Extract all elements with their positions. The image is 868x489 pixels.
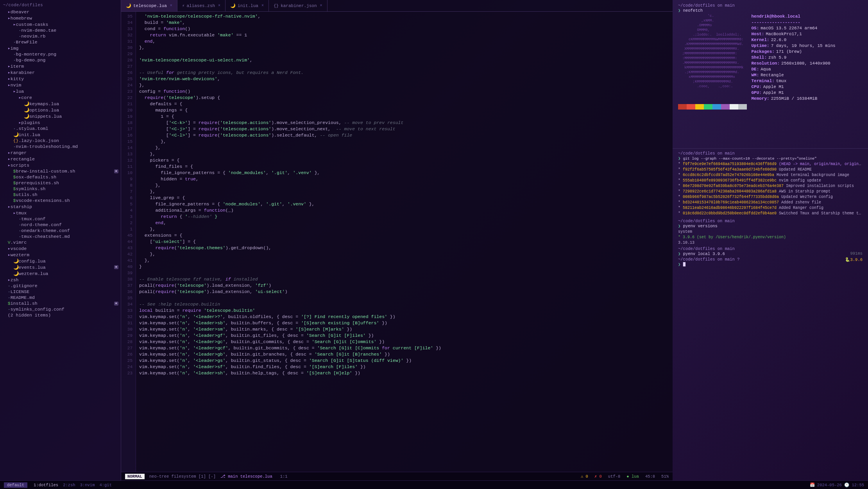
tmux-tab[interactable]: 4:git <box>99 483 112 487</box>
sidebar-item[interactable]: V .vimrc <box>0 239 121 245</box>
code-line: vim.keymap.set('n', '<leader>sm', builti… <box>139 326 669 333</box>
sidebar-item[interactable]: ▸ kitty <box>0 76 121 82</box>
sidebar-item[interactable]: 🌙 keymaps.lua <box>0 101 121 107</box>
code-line: 'nvim-tree/nvim-web-devicons', <box>139 76 669 82</box>
tab-close[interactable]: × <box>261 4 264 8</box>
sidebar-item[interactable]: 🌙 init.lua <box>0 131 121 138</box>
sidebar-item[interactable]: · .gitignore <box>0 283 121 289</box>
tab-close[interactable]: × <box>218 4 220 8</box>
sidebar-item-label: prerequisites.sh <box>16 180 59 185</box>
line-number: 45 <box>121 232 136 239</box>
line-number: 41 <box>121 257 136 264</box>
line-number: 25 <box>121 358 136 364</box>
color-swatch <box>695 104 704 110</box>
sidebar-item[interactable]: $ prerequisites.sh <box>0 180 121 186</box>
sidebar-item-label: snippets.lua <box>29 114 62 119</box>
tab-close[interactable]: × <box>170 4 172 8</box>
sidebar-item[interactable]: ▸ custom-casks <box>0 21 121 27</box>
sidebar-item[interactable]: ▸ core <box>0 94 121 101</box>
sidebar-item[interactable]: 🌙 wezterm.lua <box>0 270 121 277</box>
sidebar-item-label: wezterm.lua <box>19 271 48 276</box>
sidebar-item[interactable]: · neovim.rb <box>0 33 121 39</box>
line-number: 28 <box>121 339 136 345</box>
sidebar-item[interactable]: {} .lazy-lock.json <box>0 138 121 144</box>
sidebar-item[interactable]: ▸ zsh <box>0 277 121 283</box>
sidebar-item[interactable]: · symlinks_config.conf <box>0 306 121 312</box>
sidebar-item[interactable]: ▸ rectangle <box>0 156 121 162</box>
sidebar-item[interactable]: ▸ starship <box>0 203 121 210</box>
line-number: 4 <box>121 207 136 214</box>
editor-tab[interactable]: {}karabiner.json× <box>269 0 328 11</box>
line-number: 27 <box>121 63 136 70</box>
sidebar-item[interactable]: ▸ scripts <box>0 162 121 168</box>
sidebar-item[interactable]: ▸ dbeaver <box>0 9 121 15</box>
sidebar-item[interactable]: $ brew-install-custom.sh● <box>0 168 121 174</box>
code-line: }, <box>139 45 669 51</box>
sidebar-item[interactable]: ▸ wezterm <box>0 252 121 258</box>
code-area[interactable]: 'nvim-telescope/telescope-fzf-native.nvi… <box>136 12 673 472</box>
editor-tab[interactable]: ⚡aliases.zsh× <box>177 0 226 11</box>
info-line: WM: Rectangle <box>751 72 863 78</box>
sidebar-item[interactable]: · LICENSE <box>0 289 121 295</box>
git-commit-line: * f9f7e9ce9e7ef66948aa75193804e8c436ff86… <box>678 162 863 167</box>
sidebar-item[interactable]: · .stylua.toml <box>0 126 121 131</box>
tmux-tab[interactable]: 2:zsh <box>63 483 75 487</box>
color-swatch <box>704 104 712 110</box>
sidebar-item[interactable]: · nvim-demo.tae <box>0 27 121 33</box>
sidebar-item[interactable]: · bg-monterey.png <box>0 51 121 57</box>
sidebar-item[interactable]: · bg-demo.png <box>0 57 121 63</box>
sidebar-item[interactable]: $ utils.sh <box>0 192 121 198</box>
sidebar-item-label: BrewFile <box>16 40 38 45</box>
sidebar-item[interactable]: ▸ vscode <box>0 245 121 252</box>
editor-tab[interactable]: 🌙telescope.lua× <box>121 0 177 11</box>
sidebar-item[interactable]: ▸ plugins <box>0 119 121 126</box>
sidebar-item[interactable]: ▸ iterm <box>0 63 121 69</box>
line-number: 33 <box>121 26 136 32</box>
sidebar-item[interactable]: · nvim-troubleshooting.md <box>0 144 121 149</box>
sidebar-item-label: tmux.conf <box>21 216 45 221</box>
sidebar-item[interactable]: (2 hidden items) <box>0 312 121 318</box>
sidebar-item[interactable]: $ install.sh● <box>0 300 121 306</box>
sidebar-item[interactable]: 🌙 config.lua <box>0 258 121 264</box>
code-line: ['ui-select'] = { <box>139 239 669 245</box>
sidebar-item[interactable]: ▸ nvim <box>0 82 121 88</box>
line-number: 21 <box>121 101 136 107</box>
tmux-tab[interactable]: 3:nvim <box>80 483 95 487</box>
bottom-tabs[interactable]: 1:dotfiles2:zsh3:nvim4:git <box>34 483 112 487</box>
sidebar-item-label: vscode <box>11 246 27 251</box>
git-commit-line: * 86e7208d70e92fa039ba8c075e73eadceb376a… <box>678 183 863 189</box>
line-number: 22 <box>121 95 136 101</box>
editor-tab[interactable]: 🌙init.lua× <box>226 0 269 11</box>
sidebar-item[interactable]: · tmux.conf <box>0 216 121 222</box>
sidebar-item[interactable]: $ osx-defaults.sh <box>0 174 121 180</box>
git-prompt: ~/code/dotfiles on main ❯ git log --grap… <box>678 151 863 161</box>
sidebar-item[interactable]: · BrewFile <box>0 39 121 45</box>
code-line: end, <box>139 38 669 45</box>
sidebar-item[interactable]: ▸ img <box>0 45 121 51</box>
sidebar-item[interactable]: $ vscode-extensions.sh <box>0 198 121 203</box>
tmux-tab[interactable]: 1:dotfiles <box>34 483 58 487</box>
sidebar-item-label: (2 hidden items) <box>8 313 51 318</box>
pyenv-version-line: * 3.9.6 (set by /Users/hendrik/.pyenv/ve… <box>678 235 863 240</box>
code-line: pcall(require('telescope').load_extensio… <box>139 282 669 289</box>
code-line: vim.keymap.set('n', '<leader>gcf', built… <box>139 345 669 351</box>
sidebar-item[interactable]: 🌙 options.lua <box>0 107 121 113</box>
sidebar-item[interactable]: ▸ lua <box>0 88 121 94</box>
sidebar-item[interactable]: $ symlinks.sh <box>0 186 121 192</box>
sidebar-item[interactable]: ▸ homebrew <box>0 15 121 21</box>
sidebar-item[interactable]: ▸ ranger <box>0 149 121 156</box>
sidebar-item[interactable]: 🌙 snippets.lua <box>0 113 121 119</box>
code-line: ['<C-k>'] = require('telescope.actions')… <box>139 120 669 126</box>
mode-indicator: NORMAL <box>125 474 145 479</box>
info-line: hendrik@hbook.local <box>751 14 863 20</box>
sidebar-item[interactable]: ▸ tmux <box>0 210 121 216</box>
sidebar-item[interactable]: · tmux-cheatsheet.md <box>0 234 121 239</box>
code-line: 'nvim-telescope/telescope-fzf-native.nvi… <box>139 13 669 20</box>
sidebar-item[interactable]: · nord-theme.conf <box>0 222 121 228</box>
sidebar-item[interactable]: 🌙 events.lua● <box>0 264 121 270</box>
sidebar-item[interactable]: · onedark-theme.conf <box>0 228 121 234</box>
tab-close[interactable]: × <box>320 4 322 8</box>
sidebar-item[interactable]: · README.md <box>0 295 121 300</box>
sidebar-item[interactable]: ▸ karabiner <box>0 69 121 76</box>
code-line: return { '--hidden' } <box>139 214 669 220</box>
